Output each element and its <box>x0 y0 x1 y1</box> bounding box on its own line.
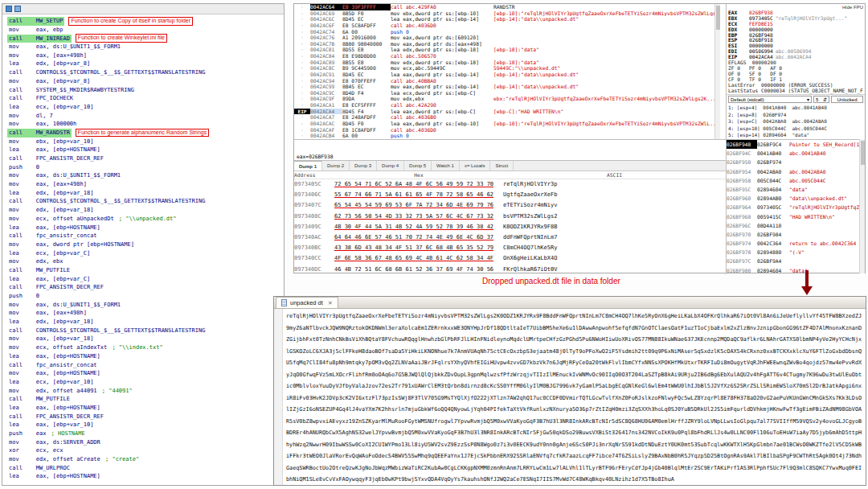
disasm-row[interactable]: ·0042AC698B5D F0mov ebx,dword ptr ss:[eb… <box>294 10 720 17</box>
asm-line[interactable]: lea edx, [ebp+var_8] <box>7 60 284 68</box>
stack-row[interactable]: 026BF97802894880"(-V" <box>727 248 865 257</box>
stack-row[interactable]: 026BF97C026BF9A4 <box>727 257 865 265</box>
disasm-row[interactable]: ·0042AC94E8 070FFEFFcall abc.40BBA0 <box>294 78 720 84</box>
dump-tab[interactable]: Dump 4 <box>377 161 404 171</box>
disasm-row[interactable]: ·0042AC6FE8 5C8AFDFFcall abc.4036D0 <box>294 23 720 29</box>
stack-row[interactable]: 026BF9740042C364return to abc.0042C364 f… <box>727 239 865 248</box>
disasm-row[interactable]: ·0042ACAC8D45 F0lea eax,dword ptr ss:[eb… <box>294 121 720 127</box>
asm-line[interactable]: call MW_URLPROC <box>7 464 284 473</box>
asm-line[interactable]: lea eax, [ebp+HOSTNAME] <box>7 472 284 481</box>
register-row[interactable]: EIP0042ACA4abc.0042ACA4 <box>728 55 863 60</box>
scrollbar-thumb[interactable] <box>861 141 865 165</box>
asm-line[interactable]: mov eax, 100000h <box>7 120 284 129</box>
arg-count-spinner[interactable]: 5 ⇵ <box>813 96 829 103</box>
stack-row[interactable]: 026BF9640973405C"reTqlRjHOlVIYr3pUgtfqZa… <box>727 203 865 212</box>
asm-line[interactable]: lea edx, [ebp+var_18] <box>7 189 284 198</box>
asm-line[interactable]: mov eax, [ebp+HOSTNAME] <box>7 369 284 378</box>
disasm-row[interactable]: ·0042AC6C8D45 EClea eax,dword ptr ss:[eb… <box>294 16 720 23</box>
asm-line[interactable]: mov eax, [ebp+var_8] <box>7 77 284 86</box>
asm-line[interactable]: lea eax, [ebp+HOSTNAME] <box>7 352 284 361</box>
asm-line[interactable]: push 0 <box>7 292 284 301</box>
disasm-row[interactable]: ·0042AC746A 00push 0 <box>294 29 720 35</box>
dump-row[interactable]: 097340CC4F 6E 58 36 67 48 65 69 4C 4B 61… <box>294 253 726 264</box>
asm-line[interactable]: call SYSTEM_$$_MKDIR$RAWBYTESTRING <box>7 86 284 95</box>
asm-line[interactable]: push 0 <box>7 163 284 172</box>
asm-line[interactable]: call fpc_ansistr_concat <box>7 232 284 240</box>
dump-row[interactable]: 0973405C72 65 54 71 6C 52 6A 48 4F 6C 56… <box>294 179 726 190</box>
asm-line[interactable]: mov dl, 7 <box>7 112 284 121</box>
stack-scrollbar[interactable] <box>859 139 865 273</box>
asm-line[interactable]: call FPC_ANSISTR_DECR_REF <box>7 283 284 292</box>
disasm-row[interactable]: ·0042AC918D45 EClea eax,dword ptr ss:[eb… <box>294 72 720 78</box>
asm-line[interactable]: call FPC_ANSISTR_DECR_REF <box>7 154 284 163</box>
dump-tab[interactable]: Dump 1 <box>294 161 322 171</box>
asm-line[interactable]: call MW_SETUPFunction to create Copy of … <box>7 17 284 26</box>
dump-row[interactable]: 097340BC43 38 6D 43 48 34 4F 51 37 6C 68… <box>294 243 726 253</box>
dump-tab[interactable]: Dump 2 <box>322 161 350 171</box>
disasm-row[interactable]: ·0042ACAFE8 1C8AFDFFcall abc.4036D0 <box>294 127 720 134</box>
asm-line[interactable]: call FPC_IOCHECK <box>7 94 284 103</box>
asm-line[interactable]: mov eax, [eax+498h] <box>7 51 284 60</box>
stack-row[interactable]: 026BF950026BF974 <box>727 158 865 166</box>
call-argument-row[interactable]: 3: [esp+C] 0042ABA0 abc.0042ABA0 <box>728 118 863 125</box>
lock-toggle-button[interactable]: Unlocked <box>831 96 863 103</box>
tab-unpacked-dt[interactable]: unpacked dt ✕ <box>276 297 338 308</box>
asm-line[interactable]: call CONTROLS$_$TCONTROL_$__$$_GETTEXT$$… <box>7 327 284 335</box>
dump-tab[interactable]: Watch 1 <box>432 161 460 171</box>
call-argument-row[interactable]: 5: [esp+14] 02894604 "data" <box>728 132 863 139</box>
asm-line[interactable]: mov ecx, offset aIndexTxt ; "\\index.txt… <box>7 343 284 352</box>
dump-tab[interactable]: Dump 3 <box>350 161 377 171</box>
disasm-row[interactable]: ·0042AC9F89DAmov edx,ebxebx:"reTqlRjHOlV… <box>294 96 720 102</box>
stack-row[interactable]: 026BF98002894604"data" <box>727 266 865 274</box>
asm-line[interactable]: mov eax, ds:U_$UNIT1_$$_FORM1 <box>7 171 284 180</box>
disasm-row[interactable]: ·0042AC7B8B80 98040000mov eax,dword ptr … <box>294 41 720 47</box>
scrollbar-thumb[interactable] <box>716 6 720 30</box>
stack-row[interactable]: 026BF9680059415C"HAD WRITTEN\n" <box>727 212 865 221</box>
asm-line[interactable]: mov eax, [eax+498h] <box>7 309 284 318</box>
disasm-row[interactable]: ·0042AC8CB9 9C445900mov ecx,abc.59449C59… <box>294 65 720 72</box>
close-icon[interactable]: ✕ <box>328 300 333 306</box>
disasm-row[interactable]: ·0042AC898B55 E8mov edx,dword ptr ss:[eb… <box>294 60 720 66</box>
dump-tab[interactable]: Dump 5 <box>404 161 432 171</box>
disasm-row[interactable]: ·0042AC84E8 E98D0D00call abc.506570 <box>294 53 720 60</box>
asm-line[interactable]: lea eax, [ebp+var_10] <box>7 421 284 429</box>
dump-row[interactable]: 0973407C65 54 45 54 59 69 53 6F 7A 72 34… <box>294 200 726 211</box>
asm-line[interactable]: lea ecx, [ebp+var_10] <box>7 103 284 112</box>
asm-line[interactable]: mov edx, offset aCreate ; "create" <box>7 455 284 464</box>
asm-line[interactable]: call MW_PUTFILE <box>7 266 284 275</box>
disasm-row[interactable]: ·0042AC64E8 39F3FFFFcall abc.429FA0RANDS… <box>294 4 720 10</box>
disasm-row[interactable]: ·0042AC76A1 20916000mov eax,dword ptr ds… <box>294 35 720 41</box>
asm-line[interactable]: mov eax, ds:U_$UNIT1_$$_FORM1 <box>7 301 284 310</box>
asm-line[interactable]: lea eax, [ebp+HOSTNAME] <box>7 146 284 154</box>
asm-line[interactable]: call MW_PUTFILE <box>7 395 284 404</box>
callconv-select[interactable]: Default (stdcall) ▾ <box>728 96 812 103</box>
asm-line[interactable]: mov eax, ds:U_$UNIT1_$$_FORM1 <box>7 43 284 51</box>
asm-line[interactable]: push eax ; HOSTNAME <box>7 429 284 438</box>
asm-line[interactable]: xor ecx, ecx <box>7 446 284 455</box>
asm-line[interactable]: lea eax, [ebp+HOSTNAME] <box>7 224 284 232</box>
stack-row[interactable]: 026BF958005C044Cabc.005C044C <box>727 176 865 185</box>
asm-line[interactable]: mov eax, [ebp+var_18] <box>7 335 284 343</box>
asm-line[interactable]: lea ecx, [ebp+var_C] <box>7 249 284 258</box>
disasm-row[interactable]: EIP0042ACA48D45 F4lea eax,dword ptr ss:[… <box>294 109 720 115</box>
call-argument-row[interactable]: 2: [esp+8] 026BF974 <box>728 112 863 119</box>
asm-line[interactable]: mov eax, ds:SERVER_ADDR <box>7 438 284 447</box>
asm-line[interactable]: call MW_RANDSTRFunction to generate alph… <box>7 129 284 138</box>
dump-row[interactable]: 0973406C55 67 74 66 71 5A 61 61 65 4F 78… <box>294 190 726 200</box>
asm-line[interactable]: mov edx, [ebp+var_18] <box>7 206 284 215</box>
disasm-row[interactable]: ·0042AC818D55 E8lea edx,dword ptr ss:[eb… <box>294 47 720 53</box>
disasm-row[interactable]: ·0042ACA7E8 248AFDFFcall abc.4036B0 <box>294 114 720 121</box>
asm-line[interactable]: lea eax, [ebp+var_C] <box>7 275 284 284</box>
disasm-row[interactable]: ·0042AC9C8D4D F4lea ecx,dword ptr ss:[eb… <box>294 90 720 97</box>
stack-row[interactable]: 026BF94C0041AB40abc.0041AB40 <box>727 149 865 158</box>
asm-line[interactable]: mov ebx, [ebp+var_10] <box>7 138 284 146</box>
file-content-text[interactable]: reTqlRjHOlVIYr3pUgtfqZaaeOxrXeFbeTETYiSo… <box>283 309 866 485</box>
asm-line[interactable]: call FPC_ANSISTR_DECR_REF <box>7 413 284 421</box>
asm-line[interactable]: call fpc_ansistr_concat <box>7 361 284 370</box>
asm-line[interactable]: call MW_INIREADFunction to create Winkey… <box>7 34 284 43</box>
disasm-row[interactable]: ·0042ACA1E8 ECF5FFFFcall abc.42A290 <box>294 102 720 109</box>
disasm-row[interactable]: ·0042ACB46A 00push 0 <box>294 133 720 139</box>
asm-line[interactable]: lea edx, [ebp+var_18] <box>7 318 284 327</box>
dump-row[interactable]: 097340DC46 4B 72 51 6C 68 6B 61 52 36 37… <box>294 265 726 275</box>
dump-row[interactable]: 0973408C62 73 56 50 54 4D 33 32 73 5A 57… <box>294 212 726 222</box>
